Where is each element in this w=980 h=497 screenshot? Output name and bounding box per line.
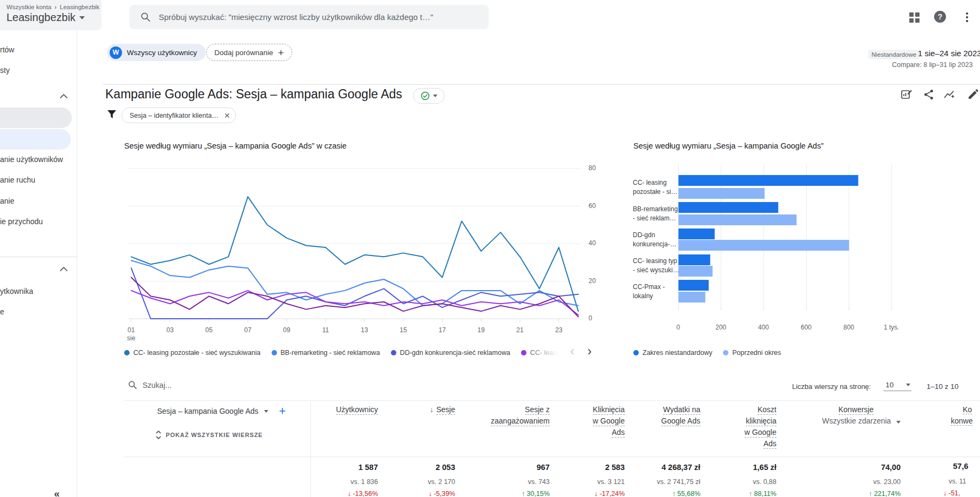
svg-text:?: ? xyxy=(938,12,943,21)
report-status-dropdown[interactable] xyxy=(413,88,444,104)
sidebar-item-user-acquisition[interactable]: anie użytkowników xyxy=(0,155,63,164)
column-header-6[interactable]: Kosztkliknięciaw GoogleAds xyxy=(652,404,776,449)
compare-period-label: Compare: 8 lip–31 lip 2023 xyxy=(892,61,972,69)
check-circle-icon xyxy=(421,91,430,100)
x-tick-label: 03 xyxy=(158,326,182,334)
line-chart-legend: CC- leasing pozostałe - sieć wyszukiwani… xyxy=(124,347,570,358)
y-tick-label: 40 xyxy=(589,239,596,247)
bar-chart-title: Sesje według wymiaru „Sesja – kampania G… xyxy=(633,142,823,150)
legend-item[interactable]: Zakres niestandardowy xyxy=(633,349,712,357)
sidebar-collapse-icon[interactable]: « xyxy=(54,488,60,497)
date-range-picker[interactable]: 1 sie–24 sie 2023 xyxy=(918,49,980,58)
legend-fade xyxy=(524,346,570,359)
rows-per-page-label: Liczba wierszy na stronę: xyxy=(792,382,871,391)
breadcrumb-root[interactable]: Wszystkie konta xyxy=(6,4,51,10)
bar-chart xyxy=(678,162,980,320)
search-placeholder: Spróbuj wyszukać: "miesięczny wzrost lic… xyxy=(159,12,433,22)
plus-icon: + xyxy=(278,48,284,58)
clipped-column-text: Ko xyxy=(963,405,972,414)
bar-category-label: CC-Pmax - lokalny xyxy=(633,283,679,300)
search-icon xyxy=(140,12,151,22)
sidebar-item-user-attributes[interactable]: ytkownika xyxy=(0,287,33,295)
metric-total: 74,00vs. 23,00↑ 221,74% xyxy=(776,462,901,497)
x-tick-label: 21 xyxy=(508,326,532,334)
audience-comparison-chip[interactable]: W Wszyscy użytkownicy xyxy=(107,44,206,61)
breadcrumb-separator-icon: › xyxy=(55,4,56,10)
x-tick-label: 09 xyxy=(275,326,299,334)
legend-next-icon[interactable]: › xyxy=(587,345,592,358)
legend-dot-icon xyxy=(124,350,130,355)
header-divider xyxy=(103,84,980,85)
x-tick-label: 600 xyxy=(790,324,822,331)
x-tick-label: 200 xyxy=(705,324,737,331)
chevron-down-icon xyxy=(433,95,437,97)
add-comparison-button[interactable]: Dodaj porównanie + xyxy=(206,44,292,61)
sidebar-divider xyxy=(0,257,77,257)
x-tick-label: 01 sie xyxy=(119,326,143,342)
x-tick-label: 15 xyxy=(391,326,415,334)
x-tick-label: 17 xyxy=(430,326,454,334)
bar-category-label: CC- leasing pozostałe - si… xyxy=(633,178,679,196)
chevron-down-icon xyxy=(906,384,910,386)
table-search-placeholder: Szukaj... xyxy=(143,381,172,389)
account-name[interactable]: Leasingbezbik xyxy=(6,11,102,24)
bar-category-label: CC- leasing typ - sieć wyszuki… xyxy=(633,257,679,274)
legend-dot-icon xyxy=(272,350,277,355)
x-tick-label: 11 xyxy=(314,326,337,334)
y-tick-label: 0 xyxy=(589,314,592,322)
account-switcher[interactable]: Wszystkie konta › Leasingbezbik Leasingb… xyxy=(0,0,102,30)
edit-pencil-icon[interactable] xyxy=(967,88,979,101)
close-icon[interactable]: ✕ xyxy=(224,112,231,119)
sidebar-item-traffic-acquisition[interactable]: anie ruchu xyxy=(0,176,35,184)
bar-category-label: BB-remarketing - sieć reklam… xyxy=(633,205,679,223)
filter-chip[interactable]: Sesja – identyfikator klienta… ✕ xyxy=(121,108,236,123)
section-collapse-chevron-icon[interactable] xyxy=(59,93,68,99)
audience-avatar: W xyxy=(110,46,122,59)
bar-chart-legend: Zakres niestandardowyPoprzedni okres xyxy=(633,347,957,358)
metric-subfilter[interactable]: Wszystkie zdarzenia xyxy=(776,415,901,427)
column-header-7[interactable]: KonwersjeWszystkie zdarzenia xyxy=(776,404,901,427)
breadcrumb: Wszystkie konta › Leasingbezbik xyxy=(6,4,102,10)
apps-grid-icon[interactable] xyxy=(908,11,921,24)
share-icon[interactable] xyxy=(922,88,935,101)
legend-prev-icon[interactable]: ‹ xyxy=(570,345,575,358)
chevron-down-icon xyxy=(79,16,85,19)
y-tick-label: 60 xyxy=(589,202,596,210)
sidebar-item-revenue[interactable]: ie przychodu xyxy=(0,217,43,226)
more-vertical-icon[interactable] xyxy=(961,11,974,24)
legend-dot-icon xyxy=(723,350,728,355)
sidebar-item-realtime[interactable]: sty xyxy=(0,66,10,75)
show-all-rows-button[interactable]: POKAŻ WSZYSTKIE WIERSZE xyxy=(156,431,263,439)
page-title: Kampanie Google Ads: Sesja – kampania Go… xyxy=(105,87,402,102)
rows-per-page-select[interactable]: 10 xyxy=(883,380,911,391)
clipped-column-text: konwe xyxy=(951,417,972,426)
clipped-column-text: vs. 11 xyxy=(949,478,966,485)
x-tick-label: 13 xyxy=(353,326,376,334)
metric-total: 1,65 złvs. 0,88↑ 88,11% xyxy=(652,462,776,497)
section-collapse-chevron-icon[interactable] xyxy=(59,266,68,272)
line-chart-title: Sesje według wymiaru „Sesja – kampania G… xyxy=(124,142,347,150)
table-divider xyxy=(124,400,980,401)
ga4-report-page: { "topbar": { "breadcrumb_root": "Wszyst… xyxy=(0,0,980,497)
chevron-down-icon xyxy=(896,421,901,424)
insights-icon[interactable] xyxy=(943,88,956,101)
x-tick-label: 07 xyxy=(236,326,260,334)
sidebar-item-reports-snapshot[interactable]: rtów xyxy=(0,45,14,54)
legend-item[interactable]: Poprzedni okres xyxy=(723,349,781,357)
table-search[interactable]: Szukaj... xyxy=(128,380,172,389)
sidebar-item-selected[interactable] xyxy=(0,129,71,150)
line-chart xyxy=(125,162,585,325)
legend-dot-icon xyxy=(633,350,639,355)
breadcrumb-current[interactable]: Leasingbezbik xyxy=(60,4,100,10)
legend-item[interactable]: DD-gdn konkurencja-sieć reklamowa xyxy=(391,349,510,357)
sidebar-item-tech[interactable]: e xyxy=(0,307,4,316)
help-icon[interactable]: ? xyxy=(934,10,947,23)
legend-item[interactable]: CC- leasing pozostałe - sieć wyszukiwani… xyxy=(124,349,261,357)
search-bar[interactable]: Spróbuj wyszukać: "miesięczny wzrost lic… xyxy=(130,5,489,29)
customize-report-icon[interactable] xyxy=(900,88,913,101)
x-tick-label: 23 xyxy=(547,326,571,334)
legend-item[interactable]: BB-remarketing - sieć reklamowa xyxy=(272,349,380,357)
sidebar-item-engagement[interactable]: anie xyxy=(0,197,14,205)
sidebar-item-hovered[interactable] xyxy=(0,108,72,128)
clipped-column-text: ↓ -51, xyxy=(943,489,960,497)
